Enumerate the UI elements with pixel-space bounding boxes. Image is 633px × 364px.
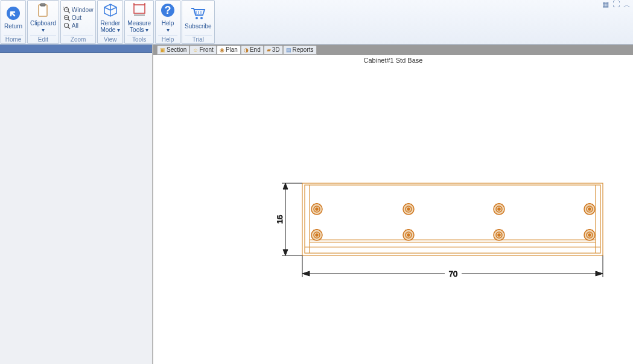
svg-rect-22: [302, 183, 603, 256]
svg-point-40: [588, 208, 591, 210]
svg-point-18: [200, 17, 203, 19]
render-label: RenderMode ▾: [100, 20, 120, 33]
zoom-group: Window Out All Zoom: [60, 0, 97, 44]
section-tab-icon: ▣: [160, 47, 165, 53]
tab-front-label: Front: [200, 46, 214, 53]
zoom-group-name: Zoom: [63, 35, 94, 43]
reports-tab-icon: ▤: [286, 47, 291, 53]
help-group[interactable]: ? Help▾ Help: [155, 0, 180, 44]
svg-point-9: [64, 23, 68, 27]
subscribe-label: Subscribe: [185, 23, 211, 30]
help-label: Help▾: [162, 20, 174, 33]
side-panel: ⋮: [0, 45, 153, 364]
tab-3d-label: 3D: [272, 46, 280, 53]
svg-point-31: [316, 208, 318, 210]
tab-front[interactable]: ☺ Front: [189, 45, 217, 55]
tab-reports-label: Reports: [293, 46, 314, 53]
front-tab-icon: ☺: [192, 47, 198, 53]
return-label: Return: [4, 23, 22, 30]
tab-plan[interactable]: ◉ Plan: [217, 45, 241, 55]
tab-reports[interactable]: ▤ Reports: [283, 45, 317, 55]
svg-text:?: ?: [165, 4, 171, 16]
subscribe-group[interactable]: Subscribe Trial: [182, 0, 214, 44]
cart-icon: [190, 6, 206, 23]
plan-tab-icon: ◉: [220, 47, 224, 53]
svg-point-49: [498, 234, 500, 236]
svg-line-10: [68, 27, 70, 29]
zoom-out-button[interactable]: Out: [63, 14, 81, 22]
svg-rect-1: [39, 5, 47, 16]
edit-group-name: Edit: [30, 35, 56, 43]
help-group-name: Help: [158, 35, 177, 43]
svg-line-7: [68, 19, 70, 21]
plan-drawing: 16 70: [277, 182, 615, 303]
tab-end[interactable]: ◑ End: [241, 45, 264, 55]
clipboard-label: Clipboard▾: [30, 20, 56, 33]
document-title: Cabinet#1 Std Base: [153, 57, 633, 64]
chevron-up-icon[interactable]: ︿: [623, 0, 631, 10]
svg-point-17: [196, 17, 198, 19]
tools-group-name: Tools: [127, 35, 151, 43]
tab-section-label: Section: [167, 46, 186, 53]
svg-point-52: [588, 234, 591, 236]
tab-end-label: End: [250, 46, 261, 53]
main-area: ⋮ ▣ Section ☺ Front ◉ Plan ◑ End ▰ 3D: [0, 45, 633, 364]
d3-tab-icon: ▰: [267, 47, 271, 53]
zoom-all-button[interactable]: All: [63, 22, 78, 30]
clipboard-group[interactable]: Clipboard▾ Edit: [27, 0, 59, 44]
render-group[interactable]: RenderMode ▾ View: [97, 0, 123, 44]
home-group-name: Home: [4, 35, 23, 43]
return-arrow-icon: [6, 6, 21, 23]
svg-point-43: [316, 234, 318, 236]
svg-point-37: [498, 208, 500, 210]
svg-point-46: [407, 234, 410, 236]
cube-icon: [103, 3, 118, 20]
svg-text:16: 16: [277, 215, 284, 224]
svg-point-34: [407, 208, 410, 210]
view-tabs-bar: ▣ Section ☺ Front ◉ Plan ◑ End ▰ 3D ▤ Re…: [153, 45, 633, 55]
view-group-name: View: [100, 35, 120, 43]
measure-icon: [132, 3, 147, 20]
svg-text:70: 70: [449, 269, 457, 278]
clipboard-icon: [37, 3, 49, 20]
svg-rect-11: [134, 5, 145, 13]
titlebar-controls: ▦ ⛶ ︿: [602, 0, 631, 10]
end-tab-icon: ◑: [244, 47, 249, 53]
help-icon: ?: [161, 3, 175, 20]
trial-group-name: Trial: [185, 35, 211, 43]
svg-marker-63: [596, 271, 603, 276]
zoom-window-button[interactable]: Window: [63, 7, 94, 14]
grid-icon[interactable]: ▦: [602, 0, 609, 10]
svg-rect-23: [305, 185, 600, 253]
splitter-grip-icon[interactable]: ⋮: [148, 47, 153, 52]
ribbon-toolbar: Return Home Clipboard▾ Edit Window Out A…: [0, 0, 633, 45]
svg-marker-56: [283, 183, 288, 189]
svg-marker-57: [283, 249, 288, 256]
svg-rect-2: [40, 4, 45, 6]
tab-plan-label: Plan: [226, 46, 238, 53]
tab-3d[interactable]: ▰ 3D: [264, 45, 283, 55]
drawing-canvas[interactable]: ▣ Section ☺ Front ◉ Plan ◑ End ▰ 3D ▤ Re…: [153, 45, 633, 364]
svg-marker-62: [302, 271, 310, 276]
measure-group[interactable]: MeasureTools ▾ Tools: [124, 0, 154, 44]
svg-line-4: [68, 11, 70, 13]
svg-point-0: [7, 7, 20, 20]
tab-section[interactable]: ▣ Section: [157, 45, 189, 55]
return-group[interactable]: Return Home: [1, 0, 26, 44]
expand-icon[interactable]: ⛶: [612, 0, 620, 10]
side-panel-header[interactable]: [0, 45, 152, 53]
measure-label: MeasureTools ▾: [127, 20, 151, 33]
